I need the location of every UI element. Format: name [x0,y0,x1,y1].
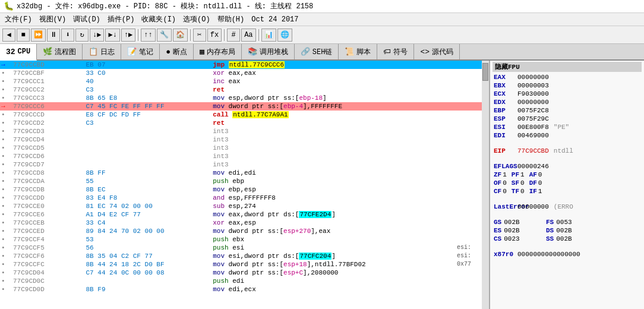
disasm-row[interactable]: •77C9CCCDE8 CF DC FD FFcall ntdll.77C7A9… [0,111,482,119]
toolbar-button[interactable]: ⏩ [31,29,46,42]
disasm-row[interactable]: •77C9CCC38B 65 E8mov esp,dword ptr ss:[e… [0,94,482,102]
disasm-row[interactable]: •77C9CCD4int3 [0,135,482,144]
bp-dot: • [1,286,5,293]
bp-dot: • [1,186,5,193]
disasm-bytes: 83 E4 F8 [85,194,212,202]
tab-label-callstack: 调用堆栈 [260,47,288,57]
disasm-row[interactable]: •77C9CCE081 EC 74 02 00 00sub esp,274 [0,202,482,210]
disasm-bytes [85,277,212,285]
disasm-annotation [456,210,482,219]
disasm-row[interactable]: →77C9CCC6C7 45 FC FE FF FF FFmov dword p… [0,102,482,111]
seg-reg-gs: GS 002B [494,218,541,226]
disasm-row[interactable]: •77C9CCD6int3 [0,152,482,160]
toolbar-button[interactable]: Aa [241,29,255,42]
menu-item[interactable]: 文件(F) [2,14,34,25]
disasm-row[interactable]: •77C9CD0Cpush edi [0,277,482,285]
toolbar-separator [138,29,138,41]
tab-breakpoints[interactable]: ●断点 [160,44,194,59]
tab-log[interactable]: 📋日志 [83,44,121,59]
seg-reg-ss: SS 002B [546,235,594,243]
disasm-address: 77C9CCE0 [12,202,85,210]
toolbar-button[interactable]: ↓▶ [90,29,104,42]
toolbar-button[interactable]: ⬇ [61,29,74,42]
menu-item[interactable]: 调试(D) [71,14,103,25]
tab-flowgraph[interactable]: 🌿流程图 [37,44,83,59]
toolbar-button[interactable]: fx [207,29,222,42]
reg-name-eflags: EFLAGS [494,162,515,171]
disasm-row[interactable]: •77C9CCEB33 C4xor eax,esp [0,219,482,227]
disasm-address: 77C9CCD7 [12,160,85,169]
disasm-row[interactable]: •77C9CCE6A1 D4 E2 CF 77mov eax,dword ptr… [0,210,482,219]
disasm-row[interactable]: •77C9CCDD83 E4 F8and esp,FFFFFFF8 [0,194,482,202]
toolbar-button[interactable]: ▶↓ [105,29,119,42]
menu-item[interactable]: 视图(V) [37,14,69,25]
disasm-row[interactable]: •77C9CCDB8B ECmov ebp,esp [0,185,482,194]
toolbar-button[interactable]: ◀ [2,29,15,42]
menu-item[interactable]: 收藏夹(I) [139,14,178,25]
disasm-bytes: C3 [85,86,212,94]
toolbar-button[interactable]: ⏸ [47,29,60,42]
tab-icon-seh: 🔗 [301,47,310,56]
tab-bar[interactable]: 32CPU🌿流程图📋日志📝笔记●断点▦内存布局📚调用堆栈🔗SEH链📜脚本🏷符号<… [0,44,644,61]
menu-item[interactable]: 帮助(H) [215,14,247,25]
disasm-row[interactable]: •77C9CCF556push esiesi: [0,244,482,252]
disasm-row[interactable]: •77C9CCDA55push ebp [0,177,482,185]
disasm-row[interactable]: •77C9CD04C7 44 24 0C 00 00 08mov dword p… [0,269,482,277]
disasm-row[interactable]: •77C9CCFC8B 44 24 18 2C D0 BFmov dword p… [0,260,482,269]
toolbar-button[interactable]: # [227,29,240,42]
toolbar-button[interactable]: 🏠 [173,29,188,42]
disasm-row[interactable]: •77C9CCED89 84 24 70 02 00 00mov dword p… [0,227,482,235]
toolbar-button[interactable]: 🔧 [157,29,172,42]
toolbar-button[interactable]: ↑↑ [141,29,155,42]
disasm-area[interactable]: →77C9CCBDEB 07jmp ntdll.77C9CCC6•77C9CCB… [0,61,482,309]
disasm-row[interactable]: •77C9CCD7int3 [0,160,482,169]
disasm-address: 77C9CCFC [12,260,85,269]
disasm-scrollbar[interactable] [482,61,489,309]
disasm-row[interactable]: •77C9CCC2C3ret [0,86,482,94]
tab-memory[interactable]: ▦内存布局 [194,44,242,59]
tab-script[interactable]: 📜脚本 [339,44,377,59]
toolbar-button[interactable]: ↻ [75,29,89,42]
disasm-row[interactable]: •77C9CCF453push ebx [0,235,482,244]
tab-label-cpu: CPU [18,48,31,56]
disasm-row[interactable]: •77C9CCF68B 35 04 C2 CF 77mov esi,dword … [0,252,482,260]
disasm-row[interactable]: •77C9CD0D8B F9mov edi,ecx [0,285,482,294]
disasm-address: 77C9CCD6 [12,152,85,160]
disasm-row[interactable]: •77C9CCD5int3 [0,144,482,152]
bp-dot: • [1,86,5,93]
disasm-address: 77C9CCD2 [12,119,85,127]
disasm-scrollbar-thumb[interactable] [482,63,488,81]
tab-icon-source: <> [420,48,430,56]
disasm-row[interactable]: •77C9CCD2C3ret [0,119,482,127]
disasm-address: 77C9CD0D [12,285,85,294]
toolbar-button[interactable]: 📊 [261,29,276,42]
bp-dot: • [1,169,5,176]
tab-seh[interactable]: 🔗SEH链 [295,44,339,59]
tab-notes[interactable]: 📝笔记 [121,44,160,59]
tab-symbol[interactable]: 🏷符号 [377,44,414,59]
toolbar-button[interactable]: ■ [17,29,30,42]
menu-item[interactable]: 选项(O) [181,14,213,25]
disasm-row[interactable]: →77C9CCBDEB 07jmp ntdll.77C9CCC6 [0,61,482,69]
register-row-edx: EDX 00000000 [493,98,642,106]
disasm-instruction: int3 [211,152,456,160]
tab-callstack[interactable]: 📚调用堆栈 [242,44,295,59]
menu-item[interactable]: Oct 24 2017 [249,15,301,24]
disasm-instruction: mov dword ptr ss:[esp+270],eax [211,227,456,235]
toolbar-button[interactable]: ✂ [193,29,206,42]
tab-label-breakpoints: 断点 [173,47,187,57]
disasm-bytes [85,144,212,152]
disasm-row[interactable]: •77C9CCD88B FFmov edi,edi [0,169,482,177]
toolbar-button[interactable]: ↑▶ [121,29,135,42]
disasm-annotation [456,111,482,119]
disasm-row[interactable]: •77C9CCD3int3 [0,127,482,135]
tab-cpu[interactable]: 32CPU [0,44,37,61]
disasm-bytes: 8B FF [85,169,212,177]
disasm-address: 77C9CD04 [12,269,85,277]
disasm-row[interactable]: •77C9CCC140inc eax [0,77,482,86]
menu-item[interactable]: 插件(P) [105,14,137,25]
toolbar-button[interactable]: 🌐 [277,29,292,42]
tab-source[interactable]: <>源代码 [414,44,460,59]
disasm-row[interactable]: •77C9CCBF33 C0xor eax,eax [0,69,482,77]
disasm-marker: • [0,277,12,285]
